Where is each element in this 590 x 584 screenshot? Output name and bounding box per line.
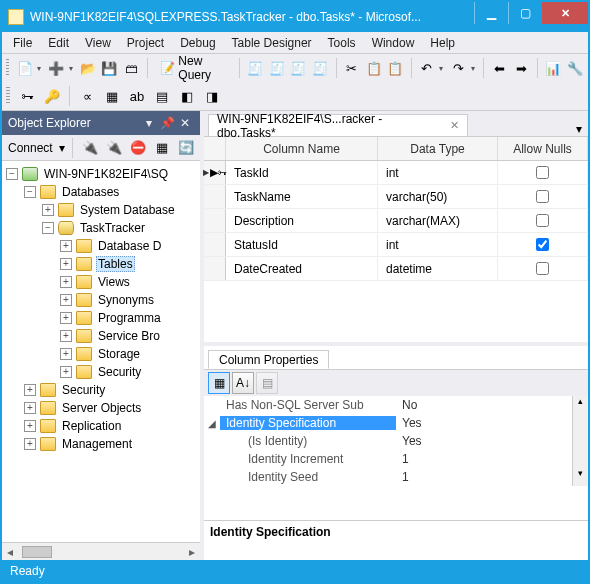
new-query-button[interactable]: 📝 New Query: [153, 57, 232, 79]
open-icon[interactable]: 📂: [78, 57, 97, 79]
expander-icon[interactable]: +: [60, 258, 72, 270]
cell-column-name[interactable]: Description: [226, 209, 378, 232]
menu-project[interactable]: Project: [120, 34, 171, 52]
paste-icon[interactable]: 📋: [386, 57, 405, 79]
table-row[interactable]: TaskNamevarchar(50): [204, 185, 588, 209]
expander-icon[interactable]: +: [24, 420, 36, 432]
relationships-icon[interactable]: ∝: [76, 85, 98, 107]
expander-icon[interactable]: +: [24, 438, 36, 450]
expander-icon[interactable]: +: [60, 240, 72, 252]
expander-icon[interactable]: +: [60, 366, 72, 378]
expander-icon[interactable]: +: [60, 294, 72, 306]
property-scrollbar[interactable]: [572, 432, 588, 450]
allow-nulls-checkbox[interactable]: [536, 238, 549, 251]
cell-data-type[interactable]: datetime: [378, 257, 498, 280]
expander-icon[interactable]: +: [60, 312, 72, 324]
expander-icon[interactable]: +: [24, 384, 36, 396]
cell-column-name[interactable]: StatusId: [226, 233, 378, 256]
redo-icon[interactable]: ↷: [449, 57, 468, 79]
undo-icon[interactable]: ↶: [417, 57, 436, 79]
menu-table-designer[interactable]: Table Designer: [225, 34, 319, 52]
object-explorer-tree[interactable]: − WIN-9NF1K82EIF4\SQ − Databases + Syste…: [2, 161, 200, 542]
check-constraints-icon[interactable]: ab: [126, 85, 148, 107]
row-selector[interactable]: [204, 185, 226, 208]
dmx-query-icon[interactable]: 🧾: [289, 57, 308, 79]
tree-tasktracker[interactable]: TaskTracker: [78, 221, 147, 235]
connect-icon[interactable]: 🔌: [80, 137, 100, 159]
tree-dbdiag[interactable]: Database D: [96, 239, 163, 253]
expander-icon[interactable]: +: [24, 402, 36, 414]
cut-icon[interactable]: ✂: [342, 57, 361, 79]
header-allow-nulls[interactable]: Allow Nulls: [498, 137, 588, 160]
column-properties-tab[interactable]: Column Properties: [208, 350, 329, 369]
cell-data-type[interactable]: int: [378, 161, 498, 184]
tab-close-icon[interactable]: ✕: [450, 119, 459, 132]
property-grid[interactable]: Has Non-SQL Server SubNo▴◢Identity Speci…: [204, 396, 588, 520]
property-row[interactable]: Identity Seed1▾: [204, 468, 588, 486]
property-value[interactable]: 1: [396, 470, 572, 484]
allow-nulls-checkbox[interactable]: [536, 166, 549, 179]
filter-icon[interactable]: ▦: [152, 137, 172, 159]
toolbar-grip[interactable]: [6, 59, 9, 77]
menu-tools[interactable]: Tools: [321, 34, 363, 52]
refresh-icon[interactable]: 🔄: [176, 137, 196, 159]
tree-replication[interactable]: Replication: [60, 419, 123, 433]
tree-servicebroker[interactable]: Service Bro: [96, 329, 162, 343]
table-row[interactable]: Descriptionvarchar(MAX): [204, 209, 588, 233]
tree-programmability[interactable]: Programma: [96, 311, 163, 325]
cell-data-type[interactable]: int: [378, 233, 498, 256]
document-tab[interactable]: WIN-9NF1K82EIF4\S...racker - dbo.Tasks* …: [208, 114, 468, 136]
cell-column-name[interactable]: DateCreated: [226, 257, 378, 280]
tab-overflow-icon[interactable]: ▾: [570, 122, 588, 136]
tree-databases[interactable]: Databases: [60, 185, 121, 199]
property-row[interactable]: Has Non-SQL Server SubNo▴: [204, 396, 588, 414]
cell-column-name[interactable]: TaskName: [226, 185, 378, 208]
row-selector[interactable]: ▶🗝: [204, 161, 226, 184]
expander-icon[interactable]: +: [42, 204, 54, 216]
scroll-thumb[interactable]: [22, 546, 52, 558]
spatial-indexes-icon[interactable]: ◨: [201, 85, 223, 107]
cell-allow-nulls[interactable]: [498, 185, 588, 208]
allow-nulls-checkbox[interactable]: [536, 190, 549, 203]
set-primary-key-icon[interactable]: 🔑: [41, 85, 63, 107]
tree-security[interactable]: Security: [60, 383, 107, 397]
property-row[interactable]: Identity Increment1: [204, 450, 588, 468]
property-value[interactable]: Yes: [396, 416, 572, 430]
property-scrollbar[interactable]: [572, 450, 588, 468]
property-scrollbar[interactable]: ▾: [572, 468, 588, 486]
scroll-right-icon[interactable]: ▸: [184, 545, 200, 559]
row-selector[interactable]: [204, 257, 226, 280]
row-selector[interactable]: [204, 209, 226, 232]
property-value[interactable]: No: [396, 398, 572, 412]
menu-debug[interactable]: Debug: [173, 34, 222, 52]
toolbar-grip-2[interactable]: [6, 87, 10, 105]
tree-serverobjects[interactable]: Server Objects: [60, 401, 143, 415]
property-expander-icon[interactable]: ◢: [204, 418, 220, 429]
properties-icon[interactable]: 🔧: [565, 57, 584, 79]
tree-server[interactable]: WIN-9NF1K82EIF4\SQ: [42, 167, 170, 181]
panel-pin-icon[interactable]: 📌: [158, 116, 176, 130]
tree-storage[interactable]: Storage: [96, 347, 142, 361]
minimize-button[interactable]: ▁: [474, 2, 508, 24]
tree-synonyms[interactable]: Synonyms: [96, 293, 156, 307]
property-row[interactable]: (Is Identity)Yes: [204, 432, 588, 450]
generate-script-icon[interactable]: 🗝: [16, 85, 38, 107]
expander-icon[interactable]: −: [24, 186, 36, 198]
copy-icon[interactable]: 📋: [364, 57, 383, 79]
scroll-left-icon[interactable]: ◂: [2, 545, 18, 559]
connect-dropdown-icon[interactable]: ▾: [59, 141, 65, 155]
db-engine-query-icon[interactable]: 🧾: [246, 57, 265, 79]
tree-sysdb[interactable]: System Database: [78, 203, 177, 217]
alphabetical-icon[interactable]: A↓: [232, 372, 254, 394]
table-row[interactable]: DateCreateddatetime: [204, 257, 588, 281]
tree-tables[interactable]: Tables: [96, 256, 135, 272]
header-column-name[interactable]: Column Name: [226, 137, 378, 160]
activity-monitor-icon[interactable]: 📊: [544, 57, 563, 79]
expander-icon[interactable]: +: [60, 348, 72, 360]
close-button[interactable]: [542, 2, 588, 24]
property-value[interactable]: 1: [396, 452, 572, 466]
tree-management[interactable]: Management: [60, 437, 134, 451]
mdx-query-icon[interactable]: 🧾: [267, 57, 286, 79]
header-data-type[interactable]: Data Type: [378, 137, 498, 160]
table-row[interactable]: StatusIdint: [204, 233, 588, 257]
